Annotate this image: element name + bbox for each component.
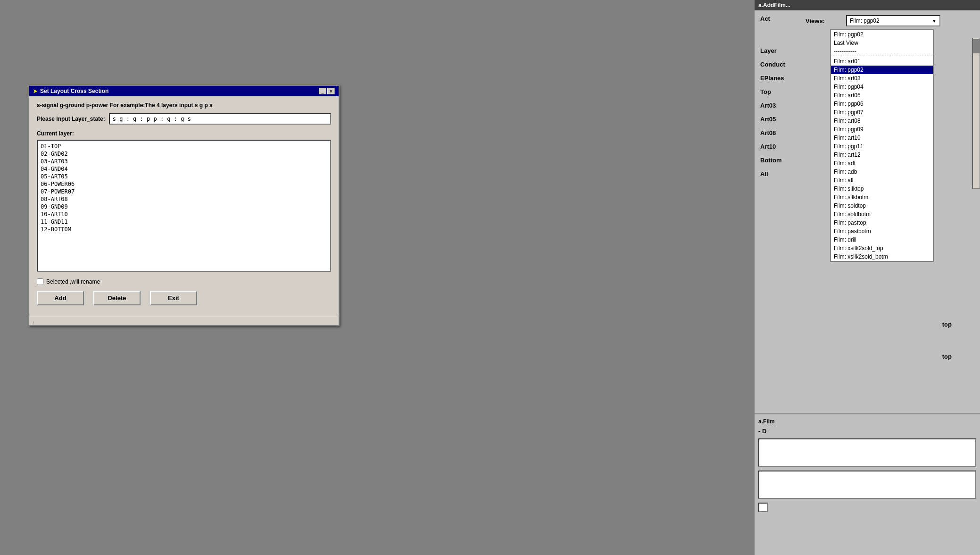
art05-label: Art05 — [760, 116, 785, 123]
dropdown-item[interactable]: Film: silkbotm — [831, 193, 933, 202]
dropdown-item[interactable]: Film: pgp11 — [831, 142, 933, 151]
views-dropdown-menu[interactable]: Film: pgp02Last View------------Film: ar… — [830, 29, 934, 262]
bottom-content-area-2 — [758, 471, 976, 499]
minimize-button[interactable]: _ — [319, 88, 326, 94]
dropdown-item[interactable]: Film: art12 — [831, 151, 933, 159]
button-row: Add Delete Exit — [37, 291, 331, 305]
dropdown-item[interactable]: Film: soldtop — [831, 202, 933, 210]
bottom-label: Bottom — [760, 157, 785, 164]
dropdown-item[interactable]: Film: art01 — [831, 57, 933, 66]
list-item[interactable]: 03-ART03 — [40, 158, 328, 165]
list-item[interactable]: 01-TOP — [40, 143, 328, 150]
layer-label: Layer — [760, 47, 785, 54]
bottom-content-area — [758, 438, 976, 467]
layer-state-input[interactable] — [109, 113, 331, 125]
right-panel-bottom: a.Film - D — [755, 413, 980, 555]
input-label: Please Input Layer_state: — [37, 116, 105, 122]
list-item[interactable]: 09-GND09 — [40, 203, 328, 210]
all-label: All — [760, 170, 785, 177]
dropdown-item[interactable]: Film: pgp09 — [831, 125, 933, 134]
scrollbar[interactable] — [972, 38, 980, 189]
checkbox-row: Selected ,will rename — [37, 278, 331, 285]
art10-label: Art10 — [760, 143, 785, 150]
add-button[interactable]: Add — [37, 291, 84, 305]
set-layout-dialog: ➤ Set Layout Cross Section _ × s-signal … — [28, 85, 340, 326]
dropdown-item[interactable]: Film: silktop — [831, 185, 933, 193]
dropdown-item[interactable]: Last View — [831, 39, 933, 47]
dropdown-item[interactable]: Film: pastbotm — [831, 227, 933, 235]
dropdown-item[interactable]: Film: art05 — [831, 91, 933, 100]
top-text-2: top — [942, 353, 952, 360]
views-dropdown[interactable]: Film: pgp02 ▼ — [846, 15, 940, 26]
current-layer-label: Current layer: — [37, 130, 331, 137]
art03-label: Art03 — [760, 102, 785, 109]
rename-checkbox[interactable] — [37, 278, 43, 285]
hint-text: s-signal g-ground p-power For example:Th… — [37, 102, 331, 109]
titlebar-left: ➤ Set Layout Cross Section — [33, 88, 108, 94]
dialog-title: Set Layout Cross Section — [40, 88, 108, 94]
right-panel: a.AddFilm... Act Views: Film: pgp02 ▼ Fi… — [754, 0, 980, 555]
dropdown-item[interactable]: Film: adt — [831, 159, 933, 168]
dropdown-item[interactable]: Film: art10 — [831, 134, 933, 142]
bottom-checkbox[interactable] — [758, 503, 768, 512]
top-label: Top — [760, 88, 785, 95]
dropdown-item[interactable]: Film: xsilk2sold_top — [831, 244, 933, 252]
dropdown-item[interactable]: Film: pgp06 — [831, 100, 933, 108]
panel-header-text: a.AddFilm... — [758, 2, 790, 8]
list-item[interactable]: 12-BOTTOM — [40, 226, 328, 233]
dropdown-item[interactable]: Film: pgp02 — [831, 66, 933, 74]
list-item[interactable]: 06-POWER06 — [40, 180, 328, 188]
views-selected-value: Film: pgp02 — [850, 17, 880, 24]
d-label: - D — [758, 428, 766, 435]
dropdown-item[interactable]: Film: all — [831, 176, 933, 185]
list-item[interactable]: 02-GND02 — [40, 150, 328, 158]
dialog-body: s-signal g-ground p-power For example:Th… — [29, 96, 339, 316]
dropdown-item[interactable]: ------------ — [831, 47, 933, 56]
dropdown-item[interactable]: Film: pgp07 — [831, 108, 933, 117]
bottom-panel-header: a.Film — [758, 418, 976, 425]
exit-button[interactable]: Exit — [150, 291, 197, 305]
dropdown-item[interactable]: Film: pgp04 — [831, 83, 933, 91]
dropdown-item[interactable]: Film: drill — [831, 235, 933, 244]
input-row: Please Input Layer_state: — [37, 113, 331, 125]
scrollbar-thumb[interactable] — [973, 39, 980, 53]
top-text-1: top — [942, 321, 952, 328]
dropdown-item[interactable]: Film: art03 — [831, 74, 933, 83]
dropdown-item[interactable]: Film: xsilk2sold_botm — [831, 252, 933, 261]
close-button[interactable]: × — [327, 88, 335, 94]
bottom-section-header-text: a.Film — [758, 418, 775, 425]
eplanes-label: EPlanes — [760, 75, 785, 82]
list-item[interactable]: 07-POWER07 — [40, 188, 328, 195]
dropdown-item[interactable]: Film: pgp02 — [831, 30, 933, 39]
delete-button[interactable]: Delete — [93, 291, 141, 305]
list-item[interactable]: 04-GND04 — [40, 165, 328, 173]
title-icon: ➤ — [33, 88, 37, 94]
titlebar-controls: _ × — [319, 88, 335, 94]
checkbox-label: Selected ,will rename — [46, 278, 100, 285]
art08-label: Art08 — [760, 129, 785, 136]
views-label: Views: — [806, 17, 843, 25]
dropdown-item[interactable]: Film: soldbotm — [831, 210, 933, 219]
right-panel-header: a.AddFilm... — [755, 0, 980, 10]
right-panel-body: Act Views: Film: pgp02 ▼ Film: pgp02Last… — [755, 10, 980, 270]
list-item[interactable]: 05-ART05 — [40, 173, 328, 180]
act-label: Act — [760, 15, 802, 22]
dialog-titlebar: ➤ Set Layout Cross Section _ × — [29, 86, 339, 96]
list-item[interactable]: 11-GND11 — [40, 218, 328, 226]
statusbar-text: . — [33, 318, 34, 323]
layer-list[interactable]: 01-TOP02-GND0203-ART0304-GND0405-ART0506… — [37, 140, 331, 272]
list-item[interactable]: 10-ART10 — [40, 210, 328, 218]
dropdown-item[interactable]: Film: art08 — [831, 117, 933, 125]
dialog-statusbar: . — [29, 316, 339, 325]
conduct-label: Conduct — [760, 61, 785, 68]
dropdown-arrow-icon: ▼ — [932, 18, 937, 24]
dropdown-item[interactable]: Film: adb — [831, 168, 933, 176]
list-item[interactable]: 08-ART08 — [40, 195, 328, 203]
dropdown-item[interactable]: Film: pasttop — [831, 219, 933, 227]
